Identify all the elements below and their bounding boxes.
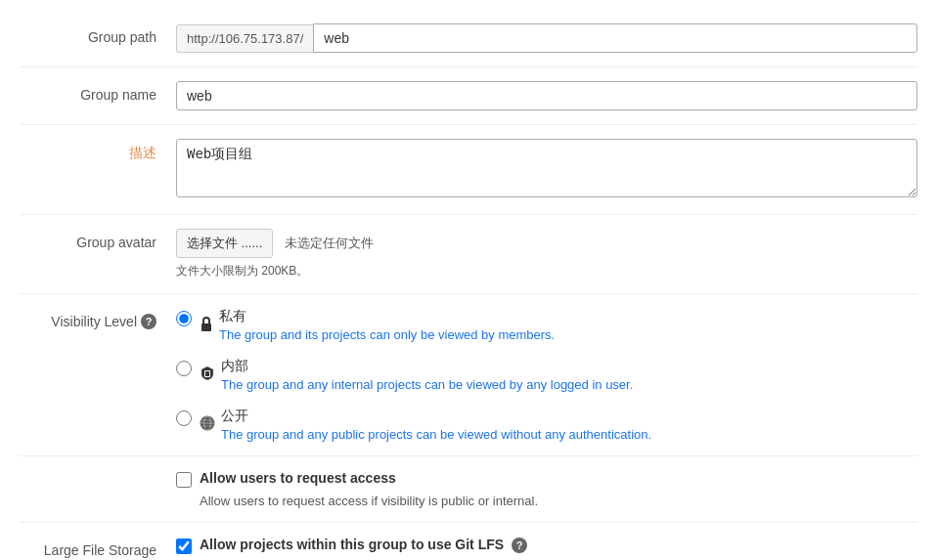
svg-rect-2	[205, 371, 209, 376]
description-label: 描述	[20, 139, 176, 162]
visibility-private-desc: The group and its projects can only be v…	[219, 327, 555, 342]
avatar-hint: 文件大小限制为 200KB。	[176, 263, 917, 280]
visibility-internal-text: 内部 The group and any internal projects c…	[221, 358, 633, 392]
lfs-label: Large File Storage	[20, 537, 176, 558]
visibility-private-content: 私有 The group and its projects can only b…	[200, 308, 555, 342]
lfs-checkbox-label[interactable]: Allow projects within this group to use …	[200, 537, 527, 553]
avatar-file-row: 选择文件 ...... 未选定任何文件	[176, 229, 917, 258]
access-request-checkbox-row: Allow users to request access	[176, 470, 917, 488]
visibility-label-container: Visibility Level ?	[20, 308, 176, 329]
shield-icon	[200, 366, 215, 385]
lfs-content: Allow projects within this group to use …	[176, 537, 917, 560]
visibility-internal-content: 内部 The group and any internal projects c…	[200, 358, 633, 392]
access-request-row: Allow users to request access Allow user…	[20, 456, 917, 523]
visibility-private-text: 私有 The group and its projects can only b…	[219, 308, 555, 342]
lfs-checkbox-label-text: Allow projects within this group to use …	[200, 537, 504, 552]
visibility-options-container: 私有 The group and its projects can only b…	[176, 308, 917, 442]
visibility-public-content: 公开 The group and any public projects can…	[200, 408, 651, 442]
visibility-public-desc: The group and any public projects can be…	[221, 427, 651, 442]
visibility-public-radio[interactable]	[176, 410, 192, 426]
avatar-content: 选择文件 ...... 未选定任何文件 文件大小限制为 200KB。	[176, 229, 917, 280]
group-path-prefix: http://106.75.173.87/	[176, 24, 313, 53]
visibility-public-title: 公开	[221, 408, 651, 425]
visibility-internal-title: 内部	[221, 358, 633, 375]
lfs-checkbox-row: Allow projects within this group to use …	[176, 537, 917, 554]
visibility-help-icon[interactable]: ?	[141, 314, 156, 329]
group-path-input[interactable]	[313, 23, 917, 53]
lfs-help-icon[interactable]: ?	[512, 538, 527, 553]
group-path-row: Group path http://106.75.173.87/	[20, 10, 917, 67]
group-path-content: http://106.75.173.87/	[176, 23, 917, 53]
avatar-row: Group avatar 选择文件 ...... 未选定任何文件 文件大小限制为…	[20, 215, 917, 294]
lfs-checkbox[interactable]	[176, 538, 192, 554]
group-name-input[interactable]	[176, 81, 917, 110]
visibility-internal-desc: The group and any internal projects can …	[221, 377, 633, 392]
description-row: 描述 Web项目组	[20, 125, 917, 215]
group-path-input-group: http://106.75.173.87/	[176, 23, 917, 53]
svg-rect-0	[201, 323, 211, 331]
visibility-internal-radio[interactable]	[176, 361, 192, 376]
access-request-label[interactable]: Allow users to request access	[200, 470, 396, 486]
visibility-internal-option: 内部 The group and any internal projects c…	[176, 358, 917, 392]
settings-form: Group path http://106.75.173.87/ Group n…	[0, 0, 937, 560]
access-request-checkbox[interactable]	[176, 472, 192, 488]
access-request-desc: Allow users to request access if visibil…	[200, 494, 917, 508]
visibility-public-option: 公开 The group and any public projects can…	[176, 408, 917, 442]
visibility-public-text: 公开 The group and any public projects can…	[221, 408, 651, 442]
group-name-content	[176, 81, 917, 110]
group-name-label: Group name	[20, 81, 176, 103]
lfs-row: Large File Storage Allow projects within…	[20, 523, 917, 560]
avatar-label: Group avatar	[20, 229, 176, 250]
visibility-private-option: 私有 The group and its projects can only b…	[176, 308, 917, 342]
description-content: Web项目组	[176, 139, 917, 200]
group-path-label: Group path	[20, 23, 176, 45]
avatar-no-file-label: 未选定任何文件	[285, 236, 374, 250]
visibility-private-radio[interactable]	[176, 311, 192, 326]
lock-icon	[200, 316, 213, 335]
group-name-row: Group name	[20, 67, 917, 125]
visibility-row: Visibility Level ? 私有 The group and it	[20, 294, 917, 456]
visibility-label: Visibility Level	[51, 314, 137, 329]
description-input[interactable]: Web项目组	[176, 139, 917, 197]
avatar-file-button[interactable]: 选择文件 ......	[176, 229, 273, 258]
visibility-private-title: 私有	[219, 308, 555, 325]
globe-icon	[200, 415, 215, 435]
